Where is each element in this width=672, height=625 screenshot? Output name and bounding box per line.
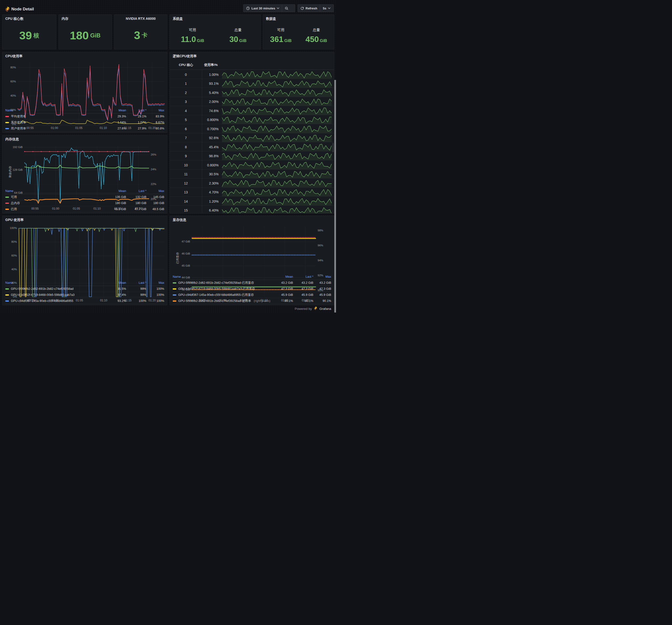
cpu-core-row: 100.800% — [170, 160, 334, 170]
cpu-core-sparkline — [220, 106, 334, 116]
panel-title[interactable]: CPU 核心数 — [2, 15, 56, 22]
panel-title[interactable]: NVIDIA RTX A6000 — [114, 15, 167, 21]
column-header-core[interactable]: CPU 核心 — [170, 63, 202, 67]
chevron-down-icon — [328, 7, 331, 9]
cpu-core-row: 122.30% — [170, 178, 334, 188]
refresh-icon — [301, 6, 304, 10]
axis-tick-label: 80% — [11, 240, 17, 243]
axis-tick-label: 01:10 — [261, 299, 268, 302]
refresh-interval-select[interactable]: 5s — [320, 5, 333, 12]
refresh-label: Refresh — [306, 6, 317, 10]
cpu-core-number: 15 — [170, 206, 202, 214]
axis-title: 已用显存 — [176, 252, 180, 264]
cpu-core-number: 5 — [170, 115, 202, 125]
cpu-core-row: 01.00% — [170, 70, 334, 79]
cpu-usage-chart[interactable]: 0%20%40%60%80%00:5501:0001:0501:1001:150… — [2, 59, 167, 107]
magnifier-minus-icon — [285, 6, 288, 10]
time-range-picker: Last 30 minutes — [243, 4, 295, 12]
cpu-core-number: 1 — [170, 79, 202, 89]
cpu-core-usage: 1.00% — [202, 73, 220, 76]
stat-label: 总量 — [234, 28, 242, 32]
stat-unit: GiB — [284, 39, 292, 43]
stat-value: 180 — [70, 30, 89, 41]
cpu-core-number: 0 — [170, 70, 202, 79]
stat-panel-gpu-count: NVIDIA RTX A6000 3 卡 — [114, 15, 167, 49]
cpu-core-row: 156.40% — [170, 206, 334, 214]
zoom-out-button[interactable] — [282, 5, 291, 12]
gpu-usage-chart[interactable]: 0%20%40%60%80%100%00:5501:0001:0501:1001… — [2, 223, 167, 280]
column-header-usage[interactable]: 使用率/% — [202, 63, 220, 67]
axis-tick-label: 01:05 — [240, 299, 247, 302]
cpu-core-number: 7 — [170, 133, 202, 143]
stat-value: 30 — [230, 35, 238, 44]
axis-tick-label: 100% — [10, 226, 17, 230]
cpu-core-sparkline — [220, 79, 334, 89]
cpu-core-number: 4 — [170, 106, 202, 116]
axis-title: 剩余内存 — [8, 166, 12, 177]
axis-tick-label: 45 GiB — [182, 264, 190, 267]
panel-title[interactable]: 内存 — [59, 15, 112, 22]
panel-title[interactable]: 逻辑CPU使用率 — [170, 52, 334, 59]
axis-tick-label: 01:10 — [94, 207, 101, 210]
cpu-core-row: 134.70% — [170, 188, 334, 197]
cpu-core-usage: 0.800% — [202, 118, 220, 122]
axis-tick-label: 24% — [151, 168, 156, 171]
powered-by-label: Powered by — [295, 307, 312, 311]
cpu-core-sparkline — [220, 178, 334, 188]
stat-panel-cpu-cores: CPU 核心数 39 核 — [2, 15, 56, 49]
stat-value-group: 3 卡 — [114, 21, 167, 49]
panel-scrollbar-thumb[interactable] — [333, 143, 334, 152]
time-range-button[interactable]: Last 30 minutes — [243, 5, 282, 12]
axis-title: 内存使用率 — [167, 163, 168, 177]
panel-title[interactable]: 显存信息 — [170, 216, 334, 223]
panel-title[interactable]: 内存信息 — [2, 135, 167, 142]
axis-tick-label: 01:20 — [148, 299, 156, 302]
panel-title[interactable]: 数据盘 — [263, 15, 334, 22]
footer: Powered by Grafana — [295, 306, 331, 311]
cpu-core-sparkline — [220, 88, 334, 98]
axis-tick-label: 01:15 — [281, 299, 288, 302]
axis-tick-label: 98% — [318, 229, 323, 232]
cpu-core-number: 13 — [170, 188, 202, 197]
panel-gpu-usage: GPU 使用率 0%20%40%60%80%100%00:5501:0001:0… — [2, 216, 167, 305]
cpu-core-sparkline — [220, 197, 334, 206]
cpu-core-usage: 5.40% — [202, 91, 220, 95]
panel-title[interactable]: GPU 使用率 — [2, 216, 167, 223]
axis-tick-label: 64 GiB — [14, 191, 23, 194]
cpu-core-number: 12 — [170, 178, 202, 188]
stat-value: 450 — [306, 35, 319, 44]
cpu-core-row: 25.40% — [170, 88, 334, 97]
panel-title[interactable]: CPU使用率 — [2, 52, 167, 59]
grafana-logo-icon — [5, 6, 10, 12]
axis-tick-label: 01:15 — [124, 126, 131, 130]
panel-title[interactable]: 系统盘 — [170, 15, 261, 22]
memory-chart[interactable]: 64 GiB128 GiB192 GiB20%22%24%26%00:5501:… — [2, 142, 167, 188]
grafana-brand-label: Grafana — [319, 307, 331, 311]
stat-column: 总量 30GiB — [215, 22, 261, 49]
cpu-core-sparkline — [220, 124, 334, 134]
page-scrollbar-thumb[interactable] — [334, 80, 336, 312]
grafana-dashboard: Node Detail Last 30 minutes Refresh — [0, 0, 336, 312]
stat-column: 可用 11.0GiB — [170, 22, 215, 49]
cpu-core-row: 50.800% — [170, 115, 334, 124]
stat-column: 可用 361GiB — [263, 22, 298, 49]
refresh-button[interactable]: Refresh — [298, 5, 320, 12]
axis-tick-label: 128 GiB — [13, 168, 23, 171]
stat-unit: GiB — [320, 39, 327, 43]
cpu-core-usage: 2.00% — [202, 100, 220, 103]
stat-label: 可用 — [189, 28, 196, 32]
stat-unit: 卡 — [142, 31, 148, 39]
cpu-core-number: 11 — [170, 170, 202, 179]
cpu-core-usage: 74.6% — [202, 109, 220, 113]
cpu-core-sparkline — [220, 151, 334, 161]
cpu-core-row: 193.1% — [170, 79, 334, 88]
stat-column: 总量 450GiB — [298, 22, 334, 49]
vram-chart[interactable]: 43 GiB44 GiB45 GiB46 GiB47 GiB90%92%94%9… — [170, 223, 334, 273]
cpu-core-sparkline — [220, 97, 334, 107]
grafana-logo-icon — [314, 306, 318, 311]
axis-tick-label: 01:05 — [73, 207, 80, 210]
time-range-label: Last 30 minutes — [251, 6, 275, 10]
stat-panel-system-disk: 系统盘 可用 11.0GiB 总量 30GiB — [170, 15, 261, 49]
cpu-core-row: 60.700% — [170, 124, 334, 133]
stat-value: 11.0 — [181, 35, 196, 44]
